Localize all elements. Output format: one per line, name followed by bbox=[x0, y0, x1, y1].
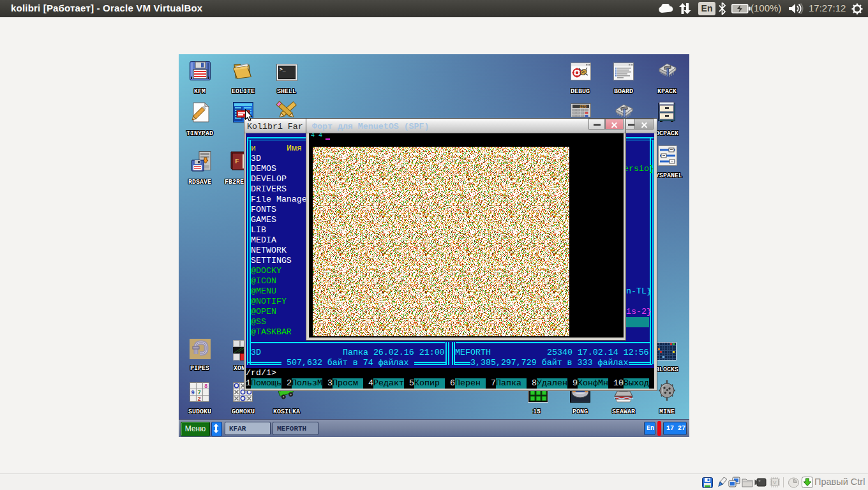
svg-text:1379: 1379 bbox=[580, 105, 587, 108]
svg-text:F: F bbox=[235, 158, 239, 165]
svg-text:V: V bbox=[773, 480, 777, 486]
svg-text:2: 2 bbox=[198, 396, 201, 403]
svg-text:>_: >_ bbox=[280, 66, 286, 72]
svg-text:8: 8 bbox=[204, 383, 207, 390]
svg-text:9: 9 bbox=[191, 390, 195, 396]
svg-text:7: 7 bbox=[198, 390, 201, 396]
